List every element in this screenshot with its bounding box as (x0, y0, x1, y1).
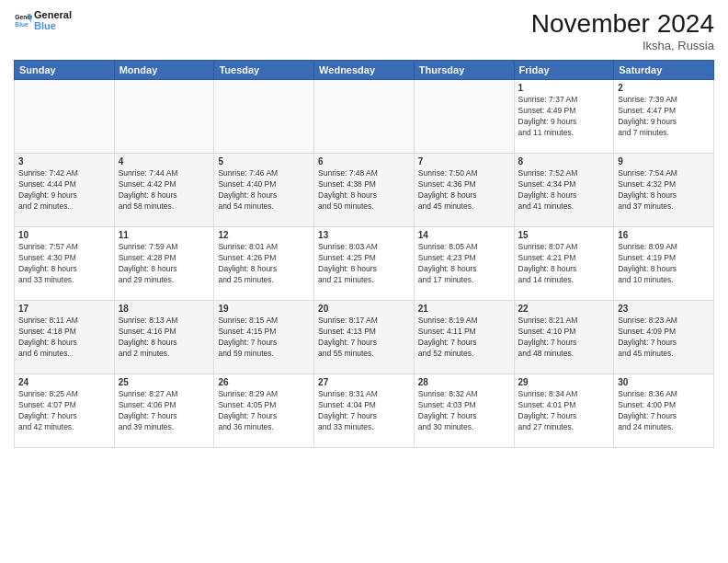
table-row: 6Sunrise: 7:48 AMSunset: 4:38 PMDaylight… (314, 154, 415, 227)
day-info: Sunrise: 8:27 AMSunset: 4:06 PMDaylight:… (119, 389, 210, 433)
table-row: 12Sunrise: 8:01 AMSunset: 4:26 PMDayligh… (214, 227, 314, 301)
table-row: 7Sunrise: 7:50 AMSunset: 4:36 PMDaylight… (414, 154, 514, 227)
month-title: November 2024 (531, 9, 714, 39)
day-info: Sunrise: 8:15 AMSunset: 4:15 PMDaylight:… (218, 316, 310, 360)
day-info: Sunrise: 8:11 AMSunset: 4:18 PMDaylight:… (18, 316, 110, 360)
day-number: 29 (518, 377, 610, 387)
calendar-table: Sunday Monday Tuesday Wednesday Thursday… (14, 60, 714, 448)
day-info: Sunrise: 8:36 AMSunset: 4:00 PMDaylight:… (618, 389, 710, 433)
title-block: November 2024 Iksha, Russia (531, 9, 714, 52)
day-number: 19 (218, 304, 310, 314)
day-number: 22 (518, 304, 610, 314)
day-number: 20 (318, 304, 410, 314)
day-number: 26 (218, 377, 310, 387)
day-number: 27 (318, 377, 410, 387)
table-row: 11Sunrise: 7:59 AMSunset: 4:28 PMDayligh… (114, 227, 214, 301)
table-row (214, 80, 314, 154)
day-info: Sunrise: 8:09 AMSunset: 4:19 PMDaylight:… (618, 242, 710, 286)
day-info: Sunrise: 8:01 AMSunset: 4:26 PMDaylight:… (218, 242, 310, 286)
table-row: 23Sunrise: 8:23 AMSunset: 4:09 PMDayligh… (614, 301, 714, 374)
day-number: 2 (618, 83, 710, 93)
day-info: Sunrise: 7:52 AMSunset: 4:34 PMDaylight:… (518, 168, 610, 213)
calendar-week-row: 10Sunrise: 7:57 AMSunset: 4:30 PMDayligh… (15, 227, 714, 301)
calendar-week-row: 24Sunrise: 8:25 AMSunset: 4:07 PMDayligh… (15, 374, 714, 448)
col-thursday: Thursday (414, 61, 514, 80)
calendar-header-row: Sunday Monday Tuesday Wednesday Thursday… (15, 61, 714, 80)
table-row: 14Sunrise: 8:05 AMSunset: 4:23 PMDayligh… (414, 227, 514, 301)
day-number: 15 (518, 230, 610, 240)
day-info: Sunrise: 8:19 AMSunset: 4:11 PMDaylight:… (418, 316, 510, 360)
table-row (114, 80, 214, 154)
table-row: 4Sunrise: 7:44 AMSunset: 4:42 PMDaylight… (114, 154, 214, 227)
day-info: Sunrise: 8:05 AMSunset: 4:23 PMDaylight:… (418, 242, 510, 286)
day-number: 11 (119, 230, 210, 240)
day-info: Sunrise: 8:31 AMSunset: 4:04 PMDaylight:… (318, 389, 410, 433)
logo: General Blue General Blue (14, 9, 72, 31)
logo-icon: General Blue (14, 11, 32, 29)
table-row: 15Sunrise: 8:07 AMSunset: 4:21 PMDayligh… (514, 227, 614, 301)
day-number: 24 (18, 377, 110, 387)
location: Iksha, Russia (531, 39, 714, 52)
day-info: Sunrise: 8:34 AMSunset: 4:01 PMDaylight:… (518, 389, 610, 433)
day-info: Sunrise: 7:39 AMSunset: 4:47 PMDaylight:… (618, 95, 710, 139)
day-number: 4 (119, 156, 210, 167)
table-row: 24Sunrise: 8:25 AMSunset: 4:07 PMDayligh… (15, 374, 115, 448)
day-number: 10 (18, 230, 110, 240)
day-info: Sunrise: 8:25 AMSunset: 4:07 PMDaylight:… (18, 389, 110, 433)
day-info: Sunrise: 7:46 AMSunset: 4:40 PMDaylight:… (218, 168, 310, 213)
table-row: 3Sunrise: 7:42 AMSunset: 4:44 PMDaylight… (15, 154, 115, 227)
table-row: 26Sunrise: 8:29 AMSunset: 4:05 PMDayligh… (214, 374, 314, 448)
calendar-week-row: 17Sunrise: 8:11 AMSunset: 4:18 PMDayligh… (15, 301, 714, 374)
day-info: Sunrise: 7:50 AMSunset: 4:36 PMDaylight:… (418, 168, 510, 213)
col-sunday: Sunday (15, 61, 115, 80)
table-row: 20Sunrise: 8:17 AMSunset: 4:13 PMDayligh… (314, 301, 415, 374)
table-row (414, 80, 514, 154)
table-row: 21Sunrise: 8:19 AMSunset: 4:11 PMDayligh… (414, 301, 514, 374)
table-row: 2Sunrise: 7:39 AMSunset: 4:47 PMDaylight… (614, 80, 714, 154)
table-row: 28Sunrise: 8:32 AMSunset: 4:03 PMDayligh… (414, 374, 514, 448)
col-monday: Monday (114, 61, 214, 80)
day-info: Sunrise: 8:21 AMSunset: 4:10 PMDaylight:… (518, 316, 610, 360)
table-row: 30Sunrise: 8:36 AMSunset: 4:00 PMDayligh… (614, 374, 714, 448)
table-row: 16Sunrise: 8:09 AMSunset: 4:19 PMDayligh… (614, 227, 714, 301)
day-number: 30 (618, 377, 710, 387)
day-number: 28 (418, 377, 510, 387)
day-number: 23 (618, 304, 710, 314)
day-number: 14 (418, 230, 510, 240)
day-info: Sunrise: 8:03 AMSunset: 4:25 PMDaylight:… (318, 242, 410, 286)
day-info: Sunrise: 7:42 AMSunset: 4:44 PMDaylight:… (18, 168, 110, 213)
col-friday: Friday (514, 61, 614, 80)
day-info: Sunrise: 8:32 AMSunset: 4:03 PMDaylight:… (418, 389, 510, 433)
day-info: Sunrise: 8:17 AMSunset: 4:13 PMDaylight:… (318, 316, 410, 360)
day-number: 17 (18, 304, 110, 314)
day-info: Sunrise: 7:37 AMSunset: 4:49 PMDaylight:… (518, 95, 610, 139)
day-number: 3 (18, 156, 110, 167)
table-row: 13Sunrise: 8:03 AMSunset: 4:25 PMDayligh… (314, 227, 415, 301)
day-number: 6 (318, 156, 410, 167)
table-row (314, 80, 415, 154)
table-row: 8Sunrise: 7:52 AMSunset: 4:34 PMDaylight… (514, 154, 614, 227)
table-row: 17Sunrise: 8:11 AMSunset: 4:18 PMDayligh… (15, 301, 115, 374)
day-number: 9 (618, 156, 710, 167)
header: General Blue General Blue November 2024 … (14, 9, 714, 52)
table-row: 29Sunrise: 8:34 AMSunset: 4:01 PMDayligh… (514, 374, 614, 448)
day-info: Sunrise: 8:23 AMSunset: 4:09 PMDaylight:… (618, 316, 710, 360)
day-number: 18 (119, 304, 210, 314)
day-number: 13 (318, 230, 410, 240)
day-info: Sunrise: 8:07 AMSunset: 4:21 PMDaylight:… (518, 242, 610, 286)
svg-text:Blue: Blue (15, 21, 28, 28)
table-row: 19Sunrise: 8:15 AMSunset: 4:15 PMDayligh… (214, 301, 314, 374)
day-info: Sunrise: 7:44 AMSunset: 4:42 PMDaylight:… (119, 168, 210, 213)
day-number: 1 (518, 83, 610, 93)
table-row: 1Sunrise: 7:37 AMSunset: 4:49 PMDaylight… (514, 80, 614, 154)
logo-text-general: General (34, 9, 72, 20)
day-number: 21 (418, 304, 510, 314)
logo-text-blue: Blue (34, 20, 72, 31)
col-wednesday: Wednesday (314, 61, 415, 80)
day-number: 25 (119, 377, 210, 387)
day-info: Sunrise: 8:13 AMSunset: 4:16 PMDaylight:… (119, 316, 210, 360)
table-row: 9Sunrise: 7:54 AMSunset: 4:32 PMDaylight… (614, 154, 714, 227)
day-info: Sunrise: 7:48 AMSunset: 4:38 PMDaylight:… (318, 168, 410, 213)
day-number: 5 (218, 156, 310, 167)
day-number: 7 (418, 156, 510, 167)
